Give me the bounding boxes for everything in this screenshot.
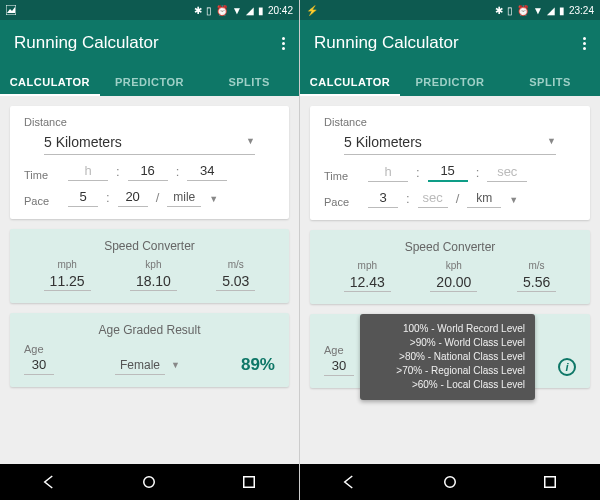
distance-label: Distance [324,116,576,128]
age-input[interactable]: 30 [24,355,54,375]
recents-icon[interactable] [240,473,258,491]
signal-icon: ◢ [246,5,254,16]
status-bar: ⚡ ✱ ▯ ⏰ ▼ ◢ ▮ 23:24 [300,0,600,20]
mph-input[interactable]: 12.43 [344,273,391,292]
svg-marker-1 [7,7,15,13]
mph-label: mph [344,260,391,271]
pace-seconds-input[interactable]: 20 [118,187,148,207]
wifi-icon: ▼ [533,5,543,16]
chevron-down-icon: ▼ [547,136,556,149]
pace-label: Pace [24,195,62,207]
alarm-icon: ⏰ [216,5,228,16]
age-label: Age [24,343,54,355]
pace-seconds-input[interactable]: sec [418,188,448,208]
app-bar: Running Calculator CALCULATOR PREDICTOR … [0,20,299,96]
distance-dropdown[interactable]: 5 Kilometers ▼ [344,130,556,155]
bluetooth-icon: ✱ [194,5,202,16]
nav-bar [0,464,299,500]
pace-minutes-input[interactable]: 5 [68,187,98,207]
pace-minutes-input[interactable]: 3 [368,188,398,208]
tab-splits[interactable]: SPLITS [500,66,600,96]
status-time: 23:24 [569,5,594,16]
status-time: 20:42 [268,5,293,16]
status-bar: ✱ ▯ ⏰ ▼ ◢ ▮ 20:42 [0,0,299,20]
kph-label: kph [130,259,177,270]
mph-input[interactable]: 11.25 [44,272,91,291]
pace-unit-dropdown[interactable]: mile [167,190,201,207]
kph-input[interactable]: 20.00 [430,273,477,292]
slash-sep: / [154,190,162,207]
svg-rect-5 [545,477,556,488]
home-icon[interactable] [441,473,459,491]
tooltip-line: >60% - Local Class Level [370,378,525,392]
phone-right: ⚡ ✱ ▯ ⏰ ▼ ◢ ▮ 23:24 Running Calculator C… [300,0,600,500]
back-icon[interactable] [341,473,359,491]
age-label: Age [324,344,354,356]
slash-sep: / [454,191,462,208]
wifi-icon: ▼ [232,5,242,16]
colon-sep: : [414,165,422,182]
svg-point-4 [445,477,456,488]
gender-dropdown[interactable]: Female [115,358,165,375]
time-label: Time [324,170,362,182]
age-input[interactable]: 30 [324,356,354,376]
vibrate-icon: ▯ [507,5,513,16]
chevron-down-icon: ▼ [509,195,518,208]
battery-icon: ▮ [258,5,264,16]
alarm-icon: ⏰ [517,5,529,16]
tab-calculator[interactable]: CALCULATOR [0,66,100,96]
time-hours-input[interactable]: h [68,161,108,181]
ms-input[interactable]: 5.56 [517,273,556,292]
colon-sep: : [114,164,122,181]
home-icon[interactable] [140,473,158,491]
colon-sep: : [174,164,182,181]
svg-point-2 [144,477,155,488]
tab-predictor[interactable]: PREDICTOR [100,66,200,96]
time-minutes-input[interactable]: 15 [428,161,468,182]
info-icon[interactable]: i [558,358,576,376]
kph-input[interactable]: 18.10 [130,272,177,291]
input-card: Distance 5 Kilometers ▼ Time h : 16 : 34… [10,106,289,219]
pace-unit-dropdown[interactable]: km [467,191,501,208]
overflow-menu-icon[interactable] [282,37,285,50]
speed-title: Speed Converter [324,240,576,254]
tab-predictor[interactable]: PREDICTOR [400,66,500,96]
phone-left: ✱ ▯ ⏰ ▼ ◢ ▮ 20:42 Running Calculator CAL… [0,0,300,500]
chevron-down-icon: ▼ [171,360,180,373]
tooltip-line: >70% - Regional Class Level [370,364,525,378]
time-seconds-input[interactable]: 34 [187,161,227,181]
ms-label: m/s [216,259,255,270]
time-minutes-input[interactable]: 16 [128,161,168,181]
image-icon [6,5,16,15]
pace-label: Pace [324,196,362,208]
distance-label: Distance [24,116,275,128]
ms-label: m/s [517,260,556,271]
speed-title: Speed Converter [24,239,275,253]
time-hours-input[interactable]: h [368,162,408,182]
nav-bar [300,464,600,500]
chevron-down-icon: ▼ [209,194,218,207]
colon-sep: : [474,165,482,182]
colon-sep: : [104,190,112,207]
app-title: Running Calculator [14,33,159,53]
distance-value: 5 Kilometers [344,134,422,150]
speed-card: Speed Converter mph12.43 kph20.00 m/s5.5… [310,230,590,304]
content-area: Distance 5 Kilometers ▼ Time h : 15 : se… [300,96,600,464]
content-area: Distance 5 Kilometers ▼ Time h : 16 : 34… [0,96,299,464]
recents-icon[interactable] [541,473,559,491]
tab-calculator[interactable]: CALCULATOR [300,66,400,96]
time-seconds-input[interactable]: sec [487,162,527,182]
charging-icon: ⚡ [306,5,316,15]
distance-dropdown[interactable]: 5 Kilometers ▼ [44,130,255,155]
app-title: Running Calculator [314,33,459,53]
age-graded-pct: 89% [241,355,275,375]
kph-label: kph [430,260,477,271]
mph-label: mph [44,259,91,270]
input-card: Distance 5 Kilometers ▼ Time h : 15 : se… [310,106,590,220]
age-card: Age Graded Result Age30 Female▼ 89% [10,313,289,387]
overflow-menu-icon[interactable] [583,37,586,50]
app-bar: Running Calculator CALCULATOR PREDICTOR … [300,20,600,96]
tab-splits[interactable]: SPLITS [199,66,299,96]
back-icon[interactable] [41,473,59,491]
ms-input[interactable]: 5.03 [216,272,255,291]
